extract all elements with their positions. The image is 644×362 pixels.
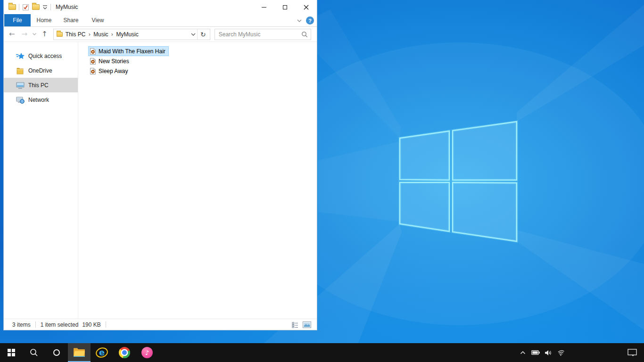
cortana-button[interactable] — [45, 343, 68, 362]
close-icon — [304, 5, 309, 10]
sidebar-item-quick-access[interactable]: Quick access — [4, 49, 78, 63]
sidebar-item-label: Network — [28, 97, 49, 103]
up-button[interactable]: ↑ — [41, 31, 48, 38]
volume-button[interactable] — [543, 343, 553, 362]
breadcrumb-this-pc[interactable]: This PC — [63, 31, 89, 38]
internet-explorer-icon: e — [96, 347, 108, 358]
music-file-icon — [90, 48, 96, 55]
taskbar-file-explorer-button[interactable] — [68, 343, 91, 362]
status-items-count: 3 items — [12, 321, 31, 328]
this-pc-icon — [16, 82, 25, 89]
volume-icon — [545, 350, 552, 356]
navigation-bar: ← → ↑ This PC › Music › MyMusic ↻ — [4, 27, 317, 42]
forward-button[interactable]: → — [22, 31, 28, 38]
battery-button[interactable] — [530, 343, 541, 362]
details-view-button[interactable] — [292, 322, 298, 328]
navigation-pane: Quick access OneDrive — [4, 42, 78, 319]
file-explorer-icon — [73, 347, 85, 358]
taskbar-search-button[interactable] — [23, 343, 45, 362]
battery-icon — [531, 350, 540, 355]
breadcrumb-music[interactable]: Music — [91, 31, 111, 38]
onedrive-folder-icon — [16, 67, 25, 74]
address-dropdown-icon[interactable] — [190, 33, 196, 36]
maximize-icon — [283, 5, 287, 9]
address-folder-icon — [57, 32, 63, 37]
svg-text:e: e — [99, 347, 105, 357]
file-name: Sleep Away — [99, 68, 128, 74]
separator — [50, 4, 51, 10]
sidebar-item-network[interactable]: Network — [4, 92, 78, 107]
qat-customize-dropdown-icon[interactable] — [42, 5, 48, 10]
separator — [197, 29, 198, 40]
help-icon[interactable]: ? — [306, 16, 314, 25]
explorer-folder-icon[interactable] — [8, 4, 16, 10]
file-row-sleep-away[interactable]: Sleep Away — [88, 66, 132, 76]
ribbon-collapse-icon[interactable] — [297, 19, 302, 23]
breadcrumb-mymusic[interactable]: MyMusic — [113, 31, 141, 38]
quick-access-toolbar: MyMusic — [8, 4, 78, 11]
internet-explorer-button[interactable]: e — [91, 343, 113, 362]
properties-icon[interactable] — [22, 4, 29, 11]
itunes-icon: ♪ — [141, 347, 153, 358]
taskbar: e ♪ — [0, 343, 644, 362]
hidden-icons-button[interactable] — [518, 343, 528, 362]
sidebar-item-label: This PC — [28, 82, 49, 89]
new-folder-icon[interactable] — [32, 4, 40, 10]
music-file-icon — [90, 67, 96, 75]
separator — [35, 321, 36, 328]
file-explorer-window: MyMusic File Home Share View — [3, 0, 317, 330]
tab-home[interactable]: Home — [31, 14, 58, 26]
file-name: Maid With The Flaxen Hair — [99, 48, 165, 55]
window-title: MyMusic — [56, 4, 78, 10]
action-center-button[interactable] — [623, 343, 641, 362]
window-controls — [253, 0, 317, 14]
tab-view[interactable]: View — [84, 14, 111, 26]
maximize-button[interactable] — [274, 0, 296, 14]
close-button[interactable] — [296, 0, 317, 14]
large-icons-view-button[interactable] — [303, 321, 311, 328]
separator — [19, 4, 19, 10]
network-wifi-button[interactable] — [556, 343, 566, 362]
search-icon[interactable] — [301, 31, 308, 38]
start-button[interactable] — [0, 343, 23, 362]
title-bar: MyMusic — [4, 0, 317, 14]
file-list: Maid With The Flaxen Hair New Stories — [78, 42, 317, 319]
file-row-maid-with-the-flaxen-hair[interactable]: Maid With The Flaxen Hair — [88, 46, 169, 56]
minimize-icon — [262, 7, 266, 8]
quick-access-star-icon — [16, 52, 25, 60]
refresh-icon[interactable]: ↻ — [198, 31, 208, 38]
network-icon — [16, 96, 25, 104]
sidebar-item-label: Quick access — [28, 53, 62, 59]
search-input[interactable] — [219, 31, 301, 38]
start-icon — [8, 349, 15, 356]
back-button[interactable]: ← — [9, 31, 15, 38]
main-area: Quick access OneDrive — [4, 42, 317, 319]
chrome-icon — [119, 347, 130, 358]
file-row-new-stories[interactable]: New Stories — [88, 56, 132, 66]
file-name: New Stories — [99, 58, 129, 65]
status-selection: 1 item selected — [41, 321, 79, 328]
search-box — [215, 29, 311, 40]
recent-locations-dropdown-icon[interactable] — [32, 33, 37, 36]
sidebar-item-this-pc[interactable]: This PC — [4, 78, 78, 92]
tab-share[interactable]: Share — [58, 14, 84, 26]
sidebar-item-label: OneDrive — [28, 67, 52, 74]
ribbon-tab-bar: File Home Share View ? — [4, 14, 317, 27]
action-center-icon — [627, 349, 637, 356]
system-tray — [518, 343, 644, 362]
cortana-icon — [53, 349, 60, 356]
chevron-up-icon — [520, 351, 526, 354]
search-icon — [30, 348, 38, 357]
minimize-button[interactable] — [253, 0, 274, 14]
wifi-icon — [557, 350, 565, 356]
music-file-icon — [90, 58, 96, 65]
status-bar: 3 items 1 item selected 190 KB — [4, 319, 317, 330]
itunes-button[interactable]: ♪ — [136, 343, 158, 362]
music-note-icon: ♪ — [145, 350, 149, 356]
address-bar[interactable]: This PC › Music › MyMusic ↻ — [53, 29, 210, 40]
desktop: MyMusic File Home Share View — [0, 0, 644, 362]
chrome-button[interactable] — [113, 343, 136, 362]
tab-file[interactable]: File — [4, 14, 31, 26]
separator — [106, 321, 106, 328]
sidebar-item-onedrive[interactable]: OneDrive — [4, 63, 78, 78]
